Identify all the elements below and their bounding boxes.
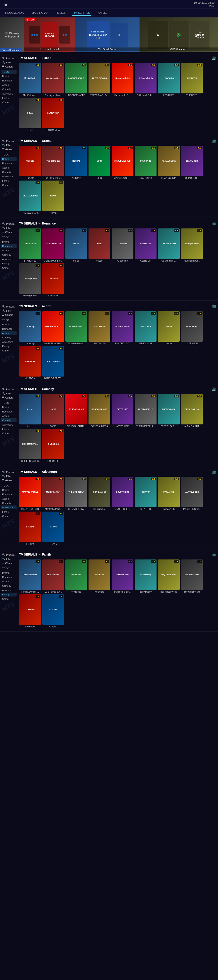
list-item[interactable]: 7.5O perfumeO perfume <box>112 228 133 262</box>
list-item[interactable]: 7.5MARVELS CLOMARVELS CLO... <box>181 477 203 510</box>
sidebar-item-adventure-todo[interactable]: Adventure <box>1 92 16 95</box>
sidebar-item-todo-adventure[interactable]: TODO <box>1 484 16 488</box>
list-item[interactable]: 7.3HannaHanna <box>42 181 64 214</box>
sidebar-filter-comedy[interactable]: 🔧Filter <box>1 391 16 396</box>
list-item[interactable]: 6.9JINNJINN <box>88 146 110 179</box>
section-arrow-romance[interactable]: 📺 <box>212 221 216 225</box>
list-item[interactable]: 8.3O General ColoO General Color... <box>135 63 157 97</box>
sidebar-item-adventure-romance[interactable]: Adventure <box>1 257 16 261</box>
tab-anime[interactable]: ANIME <box>96 10 108 16</box>
tab-mais-novo[interactable]: MAIS NOVO <box>30 10 50 16</box>
sidebar-filter-romance[interactable]: 🔧Filter <box>1 226 16 230</box>
list-item[interactable]: 8.0THE UMBRELLATHE UMBRELLA... <box>66 477 87 510</box>
list-item[interactable]: 7.7FrontirnFrontirn <box>19 512 41 545</box>
sidebar-item-family-todo[interactable]: Family <box>1 96 16 100</box>
section-arrow-family[interactable]: 📺 <box>212 552 216 557</box>
sidebar-genre-drama[interactable]: ☰Gênero <box>1 147 16 151</box>
sidebar-filter-todo[interactable]: 🔧Filter <box>1 60 16 64</box>
sidebar-item-romance-romance[interactable]: Romance <box>1 244 16 248</box>
list-item[interactable]: 7.5Free ReinFree Rein <box>19 594 41 628</box>
list-item[interactable]: 7.29021090210 <box>42 394 64 428</box>
list-item[interactable]: 8.4AFTER LIFEAFTER LIFE <box>112 394 133 428</box>
hero-todos-label[interactable]: Todos Seriados <box>0 48 21 52</box>
sidebar-item-drama-comedy[interactable]: Drama <box>1 405 16 409</box>
list-item[interactable]: 7.3cybercopcybercop <box>19 311 41 345</box>
sidebar-genre-family[interactable]: ☰Gênero <box>1 561 16 565</box>
sidebar-item-family-family[interactable]: Family <box>1 593 16 597</box>
list-item[interactable]: 7.6WolfbloodWolfblood <box>66 560 87 593</box>
hero-item-cinema[interactable]: 🎬 Cinemae Especial Todos Seriados <box>0 18 24 52</box>
sidebar-item-todo-romance[interactable]: TODO <box>1 235 16 239</box>
section-arrow-action[interactable]: 📺 <box>212 304 216 308</box>
section-arrow-drama[interactable]: 📺 <box>212 138 216 143</box>
sidebar-item-romance-family[interactable]: Romance <box>1 575 16 579</box>
list-item[interactable]: 7.1Young and HunYoung and Hun... <box>181 228 203 262</box>
tab-recomenda[interactable]: RECOMENDA <box>3 10 26 16</box>
list-item[interactable]: 8.0Contagem RegContagem Reg... <box>42 63 64 97</box>
list-item[interactable]: 8.2TITANSTITANS <box>42 512 64 545</box>
sidebar-item-adventure-drama[interactable]: Adventure <box>1 175 16 178</box>
sidebar-item-family-romance[interactable]: Family <box>1 262 16 266</box>
list-item[interactable]: 8.2The FollowinThe Followin... <box>19 63 41 97</box>
list-item[interactable]: 9.3GOT Game ofGOT Game of... <box>88 477 110 510</box>
list-item[interactable]: 7.29021090210 <box>88 228 110 262</box>
sidebar-genre-action[interactable]: ☰Gênero <box>1 313 16 317</box>
sidebar-item-adventure-family[interactable]: Adventure <box>1 588 16 592</box>
list-item[interactable]: 7.1Eu a Patroa e Eu a Patroa e A... <box>42 560 64 593</box>
list-item[interactable]: 7.4RUA AUGUSTARUA AUGUSTA <box>112 311 133 345</box>
list-item[interactable]: 7.8Boy Meets WorlBoy Meets World <box>158 560 180 593</box>
sidebar-item-adventure-comedy[interactable]: Adventure <box>1 423 16 426</box>
list-item[interactable]: 7.3HannaHanna <box>158 311 180 345</box>
list-item[interactable]: 7.3Switched at BiSwitched at Birt... <box>112 560 133 593</box>
sidebar-item-adventure-action[interactable]: Adventure <box>1 340 16 344</box>
list-item[interactable]: 7.8Montanha MortMontanha Mort... <box>42 477 64 510</box>
sidebar-item-family-adventure[interactable]: Family <box>1 510 16 514</box>
sidebar-search-adventure[interactable]: 🔍Procurar <box>1 470 16 474</box>
sidebar-item-drama-drama[interactable]: Drama <box>1 157 16 161</box>
list-item[interactable]: 6.9INUMANOSINUMANOS <box>158 477 180 510</box>
list-item[interactable]: 7.2KRYPTONKRYPTON <box>135 477 157 510</box>
sidebar-filter-drama[interactable]: 🔧Filter <box>1 143 16 147</box>
sidebar-genre-romance[interactable]: ☰Gênero <box>1 230 16 234</box>
sidebar-item-family-action[interactable]: Family <box>1 344 16 348</box>
sidebar-item-drama-todo[interactable]: Drama <box>1 74 16 78</box>
sidebar-item-romance-drama[interactable]: Romance <box>1 161 16 165</box>
sidebar-item-romance-action[interactable]: Romance <box>1 327 16 331</box>
sidebar-item-comedy-comedy[interactable]: Comedy <box>1 418 16 422</box>
list-item[interactable]: 8.1HeartlandHeartland <box>88 560 110 593</box>
sidebar-genre-todo[interactable]: ☰Gênero <box>1 64 16 68</box>
sidebar-genre-adventure[interactable]: ☰Gênero <box>1 478 16 482</box>
sidebar-search-romance[interactable]: 🔍Procurar <box>1 222 16 226</box>
sidebar-item-family-comedy[interactable]: Family <box>1 427 16 431</box>
sidebar-item-comedy-romance[interactable]: Comedy <box>1 253 16 257</box>
list-item[interactable]: 8.6DEMOLIDORDEMOLIDOR <box>135 311 157 345</box>
sidebar-item-comedy-drama[interactable]: Comedy <box>1 170 16 174</box>
sidebar-item-drama-family[interactable]: Drama <box>1 571 16 575</box>
sidebar-item-comedy-action[interactable]: Comedy <box>1 336 16 339</box>
sidebar-item-romance-comedy[interactable]: Romance <box>1 410 16 414</box>
list-item[interactable]: 8.4COISA MAIS LINCOISA MAIS LIN... <box>42 228 64 262</box>
tab-tv-serials[interactable]: TV SERIALS <box>72 10 91 16</box>
list-item[interactable]: 7.8Montanha MortMontanha Mort... <box>66 311 87 345</box>
sidebar-genre-comedy[interactable]: ☰Gênero <box>1 396 16 399</box>
list-item[interactable]: 8.1STATION 19STATION 19 <box>88 311 110 345</box>
sidebar-search-drama[interactable]: 🔍Procurar <box>1 139 16 143</box>
list-item[interactable]: 8.2Too Old to DieToo Old to Die Y... <box>42 146 64 179</box>
sidebar-item-drama-action[interactable]: Drama <box>1 323 16 326</box>
sidebar-filter-action[interactable]: 🔧Filter <box>1 309 16 313</box>
list-item[interactable]: 8.3Two and Half MTwo and Half M... <box>158 228 180 262</box>
sidebar-item-action-romance[interactable]: Action <box>1 248 16 252</box>
list-item[interactable]: 7.0Baby DaddyBaby Daddy <box>135 560 157 593</box>
list-item[interactable]: 7.5INGOBERNABLEINGOBERNABLE <box>66 63 87 97</box>
sidebar-item-action-family[interactable]: Action <box>1 579 16 584</box>
list-item[interactable]: 7.6NOS4A2NOS4A2 <box>66 146 87 179</box>
list-item[interactable]: 7.8THE MAGICIANSTHE MAGICIANS <box>19 181 41 214</box>
list-item[interactable]: 7.9ULTRAMANULTRAMAN <box>181 311 203 345</box>
list-item[interactable]: 7.4RUA AUGUSTARUA AUGUSTA <box>158 146 180 179</box>
list-item[interactable]: 7.9O SócioO Sócio <box>42 594 64 628</box>
list-item[interactable]: 7.4Família DanossFamília Danossi... <box>19 560 41 593</box>
sidebar-item-romance-todo[interactable]: Romance <box>1 79 16 83</box>
sidebar-item-todo-comedy[interactable]: TODO <box>1 401 16 405</box>
list-item[interactable]: 7.7the octhe oc <box>66 228 87 262</box>
sidebar-search-family[interactable]: 🔍Procurar <box>1 553 16 557</box>
